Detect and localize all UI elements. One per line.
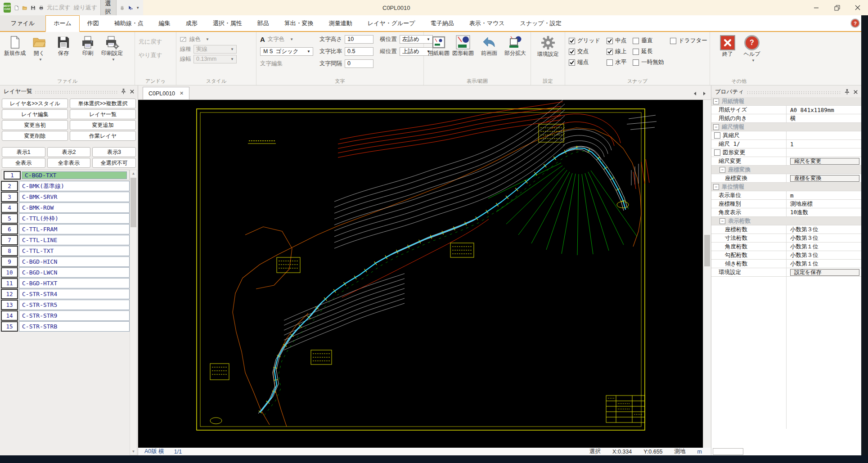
layer-button-5-1[interactable]: 全非表示 (47, 158, 91, 168)
layer-button-5-2[interactable]: 全選択不可 (92, 158, 136, 168)
quit-button[interactable]: 終了 (716, 34, 739, 58)
zoom-select-icon[interactable] (128, 4, 133, 12)
canvas-vertical-scrollbar[interactable] (703, 100, 711, 448)
line-width-select[interactable]: 0.13mm▼ (193, 55, 237, 63)
restore-button[interactable] (827, 0, 847, 15)
text-color-button[interactable]: A 文字色▼ (260, 34, 313, 44)
layer-row-12[interactable]: 12C-STR-STR4 (1, 288, 130, 299)
layer-button-2-1[interactable]: 変更追加 (70, 120, 136, 130)
layer-button-3-1[interactable]: 作業レイヤ (70, 131, 136, 141)
tab-5[interactable]: 選択・属性 (205, 15, 250, 31)
property-value[interactable]: 小数第３位 (787, 234, 861, 242)
text-field-input[interactable]: 0 (345, 59, 373, 68)
property-value[interactable]: 測地座標 (787, 200, 861, 208)
scroll-up-icon[interactable]: ▲ (130, 170, 137, 177)
property-group-8[interactable]: −座標変換 (711, 166, 861, 174)
property-value[interactable]: m (787, 191, 861, 199)
qat-undo[interactable]: 元に戻す (47, 4, 71, 12)
layer-row-8[interactable]: 8C-TTL-TXT (1, 245, 130, 256)
tab-3[interactable]: 編集 (151, 15, 178, 31)
tab-4[interactable]: 成形 (178, 15, 205, 31)
paper-extent-button[interactable]: 用紙範囲 (427, 34, 450, 57)
ribbon-help-icon[interactable]: ? (850, 18, 860, 28)
document-tab[interactable]: C0PL0010 ✕ (143, 87, 189, 99)
layer-button-4-0[interactable]: 表示1 (2, 147, 45, 157)
snap-check-1-1[interactable]: 線上 (607, 48, 626, 55)
pin-icon[interactable] (844, 89, 850, 95)
font-select[interactable]: ＭＳ ゴシック▼ (260, 47, 313, 56)
layer-row-7[interactable]: 7C-TTL-LINE (1, 234, 130, 245)
property-value[interactable]: A0 841x1189mm (787, 106, 861, 114)
tab-8[interactable]: 測量連動 (321, 15, 360, 31)
layer-button-2-0[interactable]: 変更当初 (2, 120, 68, 130)
checkbox-icon[interactable] (714, 132, 720, 139)
layer-button-4-2[interactable]: 表示3 (92, 147, 136, 157)
open-button[interactable]: 開く ▼ (28, 34, 50, 62)
line-type-select[interactable]: 実線▼ (193, 45, 237, 54)
scroll-thumb[interactable] (704, 235, 710, 266)
property-value[interactable]: 小数第１位 (787, 243, 861, 251)
minimize-button[interactable] (806, 0, 827, 15)
print-icon[interactable] (39, 4, 44, 12)
layer-row-3[interactable]: 3C-BMK-SRVR (1, 191, 130, 202)
property-group-3[interactable]: −縮尺情報 (711, 123, 861, 131)
tab-file[interactable]: ファイル (0, 15, 45, 31)
collapse-icon[interactable]: − (713, 99, 719, 104)
panel-close-icon[interactable] (129, 89, 135, 94)
layer-button-0-0[interactable]: レイヤ名>>スタイル (2, 99, 68, 108)
panel-grip[interactable] (747, 91, 841, 94)
print-setup-button[interactable]: 印刷設定 ▼ (101, 34, 123, 62)
property-group-10[interactable]: −単位情報 (711, 183, 861, 191)
property-value[interactable]: 横 (787, 114, 861, 122)
property-action-button[interactable]: 縮尺を変更 (790, 158, 859, 165)
snap-check-2-0[interactable]: 垂直 (633, 37, 664, 45)
tab-11[interactable]: 表示・マウス (462, 15, 513, 31)
property-value[interactable]: 10進数 (787, 208, 861, 216)
layer-row-11[interactable]: 11C-BGD-HTXT (1, 278, 130, 288)
property-value[interactable]: 小数第３位 (787, 251, 861, 259)
collapse-icon[interactable]: − (713, 124, 719, 130)
tab-7[interactable]: 算出・変換 (277, 15, 321, 31)
shape-extent-button[interactable]: 図形範囲 (452, 34, 474, 57)
panel-grip[interactable] (35, 90, 118, 94)
checkbox-icon[interactable] (714, 149, 720, 156)
undo-button[interactable]: 元に戻す (139, 38, 172, 46)
layer-row-9[interactable]: 9C-BGD-HICN (1, 256, 130, 267)
layer-row-10[interactable]: 10C-BGD-LWCN (1, 267, 130, 278)
close-button[interactable] (847, 0, 868, 15)
layer-row-4[interactable]: 4C-BMK-ROW (1, 202, 130, 213)
save-icon[interactable] (31, 4, 36, 12)
new-file-button[interactable]: 新規作成 (4, 34, 26, 57)
text-edit-button[interactable]: 文字編集 (260, 60, 283, 67)
redo-button[interactable]: やり直す (139, 51, 172, 59)
tab-12[interactable]: スナップ・設定 (513, 15, 569, 31)
pan-hand-icon[interactable] (120, 4, 125, 12)
scroll-down-icon[interactable]: ▼ (130, 448, 137, 455)
snap-check-0-0[interactable]: グリッド (569, 37, 600, 45)
open-folder-icon[interactable] (22, 4, 27, 12)
property-value[interactable]: 小数第１位 (787, 260, 861, 268)
layer-button-1-1[interactable]: レイヤ一覧 (70, 109, 136, 119)
snap-check-0-1[interactable]: 交点 (569, 48, 600, 55)
property-value[interactable]: 1 (787, 140, 861, 148)
collapse-icon[interactable]: − (720, 167, 725, 173)
layer-row-15[interactable]: 15C-STR-STRB (1, 321, 130, 332)
cad-canvas[interactable] (138, 100, 703, 448)
property-action-button[interactable]: 座標を変換 (790, 175, 859, 182)
collapse-icon[interactable]: − (720, 218, 725, 224)
tab-scroll-left-icon[interactable] (693, 91, 697, 96)
layer-row-2[interactable]: 2C-BMK(基準線) (1, 180, 130, 191)
pin-icon[interactable] (121, 89, 126, 94)
text-field-input[interactable]: 0.5 (345, 47, 373, 56)
new-document-icon[interactable] (14, 4, 19, 12)
layer-button-3-0[interactable]: 変更削除 (2, 131, 68, 141)
tab-scroll-right-icon[interactable] (702, 91, 706, 96)
panel-close-icon[interactable] (853, 89, 859, 95)
snap-check-1-0[interactable]: 中点 (607, 37, 626, 45)
qat-dropdown-icon[interactable]: ▼ (136, 6, 139, 10)
snap-check-2-1[interactable]: 延長 (633, 48, 664, 55)
layer-row-13[interactable]: 13C-STR-STR5 (1, 299, 130, 310)
qat-redo[interactable]: 繰り返す (74, 4, 98, 12)
line-color-button[interactable]: 線色▼ (180, 34, 252, 44)
tab-6[interactable]: 部品 (250, 15, 277, 31)
